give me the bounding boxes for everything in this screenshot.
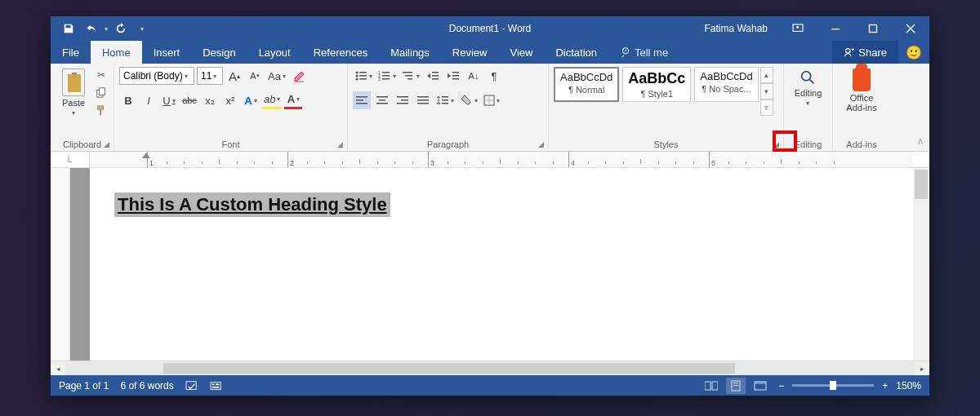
hscroll-track[interactable] (65, 361, 915, 375)
vertical-ruler[interactable] (51, 168, 70, 361)
document-page[interactable]: This Is A Custom Heading Style (90, 168, 913, 361)
numbering-icon[interactable]: 123▾ (376, 67, 398, 85)
web-layout-icon[interactable] (751, 378, 770, 394)
horizontal-ruler[interactable]: 12345 (90, 152, 913, 167)
minimize-button[interactable] (817, 16, 854, 41)
align-right-icon[interactable] (394, 91, 412, 109)
cut-icon[interactable]: ✂ (93, 67, 109, 83)
tell-me-search[interactable]: Tell me (608, 41, 679, 64)
undo-icon[interactable] (82, 19, 101, 38)
change-case-icon[interactable]: Aa▾ (266, 67, 287, 85)
sort-icon[interactable]: A↓ (465, 67, 483, 85)
highlight-color-icon[interactable]: ab▾ (262, 91, 282, 109)
justify-icon[interactable] (414, 91, 432, 109)
tab-insert[interactable]: Insert (142, 41, 192, 64)
styles-scroll-up-icon[interactable]: ▴ (760, 67, 773, 83)
qat-customize-icon[interactable]: ▾ (140, 25, 144, 33)
svg-rect-52 (705, 382, 710, 390)
clipboard-launcher-icon[interactable]: ◢ (101, 139, 111, 149)
share-button[interactable]: Share (832, 41, 898, 64)
print-layout-icon[interactable] (726, 378, 746, 394)
redo-icon[interactable] (111, 19, 131, 38)
ribbon-options-icon[interactable] (779, 16, 817, 41)
group-label-addins: Add-ins (838, 138, 885, 151)
hscroll-thumb[interactable] (163, 363, 735, 374)
decrease-indent-icon[interactable] (424, 67, 442, 85)
account-name[interactable]: Fatima Wahab (693, 23, 779, 34)
font-family-select[interactable]: Calibri (Body)▾ (119, 67, 194, 85)
style-item-1[interactable]: AaBbCc¶ Style1 (622, 67, 691, 102)
styles-scroll-down-icon[interactable]: ▾ (760, 83, 773, 100)
svg-rect-44 (442, 103, 448, 104)
font-color-icon[interactable]: A▾ (284, 91, 302, 109)
styles-launcher-icon[interactable]: ◢ (771, 139, 781, 149)
tab-file[interactable]: File (51, 41, 91, 64)
copy-icon[interactable] (93, 85, 109, 101)
tab-review[interactable]: Review (441, 41, 499, 64)
grow-font-icon[interactable]: A▴ (225, 67, 243, 85)
collapse-ribbon-icon[interactable]: ᐱ (918, 138, 923, 146)
format-painter-icon[interactable] (93, 103, 109, 119)
save-icon[interactable] (59, 19, 78, 38)
zoom-level[interactable]: 150% (896, 380, 921, 392)
group-label-font: Font (119, 138, 342, 151)
align-left-icon[interactable] (353, 91, 371, 109)
subscript-button[interactable]: x₂ (201, 91, 219, 109)
style-name: ¶ No Spac... (702, 84, 751, 94)
svg-rect-22 (405, 75, 412, 77)
office-addins-button[interactable]: Office Add-ins (841, 67, 881, 114)
styles-expand-icon[interactable]: ▿ (760, 100, 773, 116)
strikethrough-button[interactable]: abc (180, 91, 198, 109)
tab-references[interactable]: References (302, 41, 379, 64)
bullets-icon[interactable]: ▾ (353, 67, 374, 85)
ruler-tab-selector[interactable]: L (51, 152, 90, 167)
status-maceros-icon[interactable] (210, 380, 223, 392)
editing-button[interactable]: Editing ▾ (790, 67, 827, 108)
show-marks-icon[interactable]: ¶ (485, 67, 503, 85)
superscript-button[interactable]: x² (221, 91, 239, 109)
tab-home[interactable]: Home (91, 41, 142, 64)
shading-icon[interactable]: ▾ (458, 91, 479, 109)
text-effects-icon[interactable]: A▾ (242, 91, 260, 109)
horizontal-scrollbar[interactable]: ◂ ▸ (51, 361, 929, 375)
shrink-font-icon[interactable]: A▾ (246, 67, 264, 85)
tab-view[interactable]: View (498, 41, 544, 64)
feedback-smiley-icon[interactable]: 🙂 (898, 41, 929, 64)
clear-formatting-icon[interactable] (290, 67, 308, 85)
paste-button[interactable]: Paste ▾ (56, 67, 91, 118)
align-center-icon[interactable] (373, 91, 391, 109)
heading-text[interactable]: This Is A Custom Heading Style (118, 194, 387, 215)
maximize-button[interactable] (854, 16, 892, 41)
close-button[interactable] (892, 16, 929, 41)
tab-mailings[interactable]: Mailings (379, 41, 441, 64)
multilevel-list-icon[interactable]: ▾ (400, 67, 421, 85)
tab-design[interactable]: Design (191, 41, 247, 64)
tab-layout[interactable]: Layout (247, 41, 302, 64)
borders-icon[interactable]: ▾ (482, 91, 501, 109)
italic-button[interactable]: I (140, 91, 158, 109)
style-item-2[interactable]: AaBbCcDd¶ No Spac... (694, 67, 758, 102)
increase-indent-icon[interactable] (444, 67, 462, 85)
group-label-paragraph: Paragraph (353, 138, 543, 151)
undo-dropdown-icon[interactable]: ▾ (105, 25, 108, 33)
vscroll-thumb[interactable] (915, 170, 928, 199)
bold-button[interactable]: B (119, 91, 137, 109)
tab-dictation[interactable]: Dictation (544, 41, 608, 64)
status-words[interactable]: 6 of 6 words (120, 380, 173, 392)
first-line-indent-marker[interactable] (142, 153, 150, 158)
font-size-select[interactable]: 11▾ (197, 67, 223, 85)
hscroll-right-icon[interactable]: ▸ (915, 361, 929, 375)
status-page[interactable]: Page 1 of 1 (59, 380, 109, 392)
paragraph-launcher-icon[interactable]: ◢ (536, 139, 546, 149)
style-preview: AaBbCcDd (700, 70, 752, 82)
hscroll-left-icon[interactable]: ◂ (51, 361, 65, 375)
font-launcher-icon[interactable]: ◢ (335, 139, 345, 149)
line-spacing-icon[interactable]: ▾ (434, 91, 456, 109)
zoom-slider[interactable] (792, 384, 874, 387)
group-font: Calibri (Body)▾ 11▾ A▴ A▾ Aa▾ B I U▾ (114, 64, 348, 151)
style-item-0[interactable]: AaBbCcDd¶ Normal (554, 67, 619, 102)
vertical-scrollbar[interactable] (913, 168, 929, 361)
underline-button[interactable]: U▾ (160, 91, 178, 109)
status-proofing-icon[interactable] (185, 380, 198, 392)
read-mode-icon[interactable] (702, 378, 721, 394)
